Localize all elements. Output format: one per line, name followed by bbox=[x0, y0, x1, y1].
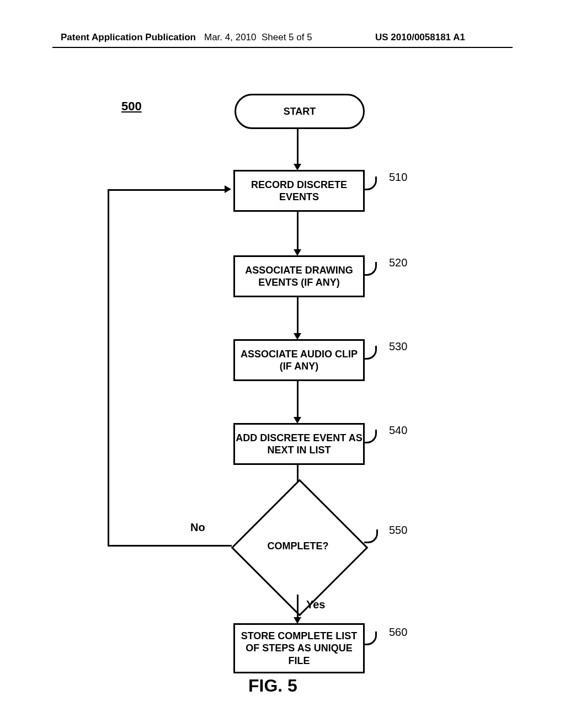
flowline bbox=[297, 210, 299, 251]
process-520-text: ASSOCIATE DRAWING EVENTS (IF ANY) bbox=[235, 264, 363, 289]
leader-hook bbox=[363, 430, 377, 443]
ref-520: 520 bbox=[389, 256, 407, 269]
flowline bbox=[297, 595, 299, 619]
figure-ref-500: 500 bbox=[121, 99, 142, 114]
flowline bbox=[108, 545, 232, 547]
ref-550: 550 bbox=[389, 524, 407, 537]
process-510-text: RECORD DISCRETE EVENTS bbox=[235, 179, 363, 204]
header-pubno: US 2010/0058181 A1 bbox=[375, 32, 465, 43]
header-left: Patent Application Publication bbox=[61, 32, 196, 43]
figure-caption: FIG. 5 bbox=[248, 676, 297, 696]
ref-560: 560 bbox=[389, 626, 407, 639]
process-560: STORE COMPLETE LIST OF STEPS AS UNIQUE F… bbox=[233, 623, 365, 673]
flowline bbox=[297, 127, 299, 166]
process-510: RECORD DISCRETE EVENTS bbox=[233, 170, 365, 212]
flowline bbox=[108, 189, 109, 547]
decision-550-text: COMPLETE? bbox=[243, 540, 353, 552]
process-560-text: STORE COMPLETE LIST OF STEPS AS UNIQUE F… bbox=[235, 630, 363, 667]
terminator-start: START bbox=[234, 94, 365, 129]
flowline bbox=[297, 379, 299, 419]
flowline bbox=[297, 296, 299, 335]
leader-hook bbox=[363, 176, 377, 190]
process-540-text: ADD DISCRETE EVENT AS NEXT IN LIST bbox=[235, 432, 363, 457]
process-520: ASSOCIATE DRAWING EVENTS (IF ANY) bbox=[233, 255, 365, 297]
terminator-start-text: START bbox=[284, 105, 316, 118]
label-yes: Yes bbox=[306, 598, 325, 611]
header-date: Mar. 4, 2010 Sheet 5 of 5 bbox=[204, 32, 312, 43]
leader-hook bbox=[363, 346, 377, 360]
ref-540: 540 bbox=[389, 424, 407, 437]
process-540: ADD DISCRETE EVENT AS NEXT IN LIST bbox=[233, 423, 365, 465]
process-530: ASSOCIATE AUDIO CLIP (IF ANY) bbox=[233, 339, 365, 381]
leader-hook bbox=[364, 529, 378, 543]
arrowhead-right-icon bbox=[225, 185, 231, 193]
label-no: No bbox=[190, 521, 205, 534]
header-rule bbox=[52, 47, 513, 48]
flowline bbox=[108, 189, 226, 191]
leader-hook bbox=[363, 262, 377, 276]
ref-510: 510 bbox=[389, 171, 407, 184]
process-530-text: ASSOCIATE AUDIO CLIP (IF ANY) bbox=[235, 348, 363, 373]
leader-hook bbox=[363, 631, 377, 645]
ref-530: 530 bbox=[389, 340, 407, 353]
